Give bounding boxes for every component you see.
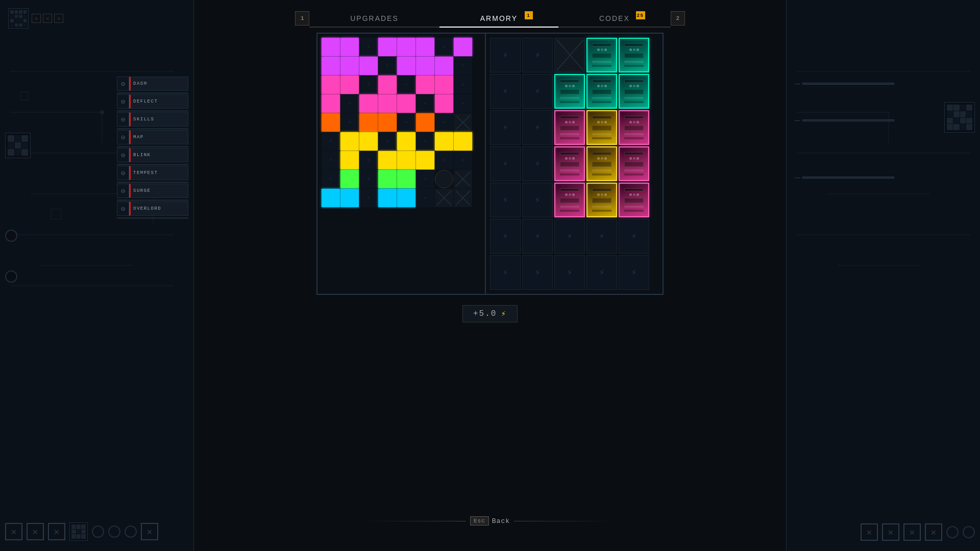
- equip-cell-3-0[interactable]: ⚡: [490, 146, 521, 181]
- tetris-cell-3-5[interactable]: +: [416, 94, 434, 113]
- tetris-cell-6-3[interactable]: [378, 151, 397, 169]
- equip-cell-4-2[interactable]: [554, 183, 585, 217]
- equip-cell-6-2[interactable]: ⚡: [554, 255, 585, 290]
- tetris-cell-6-2[interactable]: +: [359, 151, 378, 169]
- tetris-cell-2-4[interactable]: +: [397, 76, 415, 94]
- tetris-cell-4-0[interactable]: [322, 113, 340, 132]
- tetris-cell-7-4[interactable]: [397, 170, 415, 188]
- equip-cell-6-3[interactable]: ⚡: [586, 255, 617, 290]
- tetris-cell-0-4[interactable]: [397, 38, 415, 56]
- tetris-cell-5-6[interactable]: [435, 132, 453, 151]
- tetris-cell-7-2[interactable]: +: [359, 170, 378, 188]
- back-button[interactable]: Esc Back: [470, 516, 510, 525]
- tetris-cell-3-4[interactable]: [397, 94, 415, 113]
- skill-minus-tempest[interactable]: ⊖: [117, 166, 129, 180]
- tetris-cell-5-3[interactable]: +: [378, 132, 397, 151]
- equip-cell-4-0[interactable]: ⚡: [490, 183, 521, 217]
- tetris-cell-0-6[interactable]: +: [435, 38, 453, 56]
- skill-minus-skills[interactable]: ⊖: [117, 112, 129, 127]
- skill-minus-deflect[interactable]: ⊖: [117, 94, 129, 109]
- equip-cell-2-0[interactable]: ⚡: [490, 110, 521, 145]
- equip-cell-1-2[interactable]: [554, 74, 585, 109]
- tetris-cell-4-4[interactable]: +: [397, 113, 415, 132]
- tetris-cell-3-1[interactable]: +: [340, 94, 359, 113]
- equip-cell-3-2[interactable]: [554, 146, 585, 181]
- tetris-cell-6-7[interactable]: +: [454, 151, 472, 169]
- skill-minus-blink[interactable]: ⊖: [117, 148, 129, 162]
- tetris-cell-2-2[interactable]: +: [359, 76, 378, 94]
- tetris-cell-4-5[interactable]: [416, 113, 434, 132]
- tetris-cell-0-0[interactable]: [322, 38, 340, 56]
- skill-minus-surge[interactable]: ⊖: [117, 184, 129, 198]
- tetris-cell-3-2[interactable]: [359, 94, 378, 113]
- tetris-cell-2-1[interactable]: [340, 76, 359, 94]
- tab-codex[interactable]: CODEx 25: [558, 10, 671, 27]
- equip-cell-4-1[interactable]: ⚡: [522, 183, 553, 217]
- equip-cell-0-1[interactable]: ⚡: [522, 38, 553, 72]
- tetris-cell-2-3[interactable]: [378, 76, 397, 94]
- equip-cell-5-1[interactable]: ⚡: [522, 219, 553, 254]
- equip-cell-5-0[interactable]: ⚡: [490, 219, 521, 254]
- equip-cell-0-0[interactable]: ⚡: [490, 38, 521, 72]
- equip-cell-2-2[interactable]: [554, 110, 585, 145]
- equip-cell-3-1[interactable]: ⚡: [522, 146, 553, 181]
- tetris-cell-0-7[interactable]: [454, 38, 472, 56]
- equip-cell-1-0[interactable]: ⚡: [490, 74, 521, 109]
- tetris-cell-2-5[interactable]: [416, 76, 434, 94]
- tetris-cell-7-5[interactable]: +: [416, 170, 434, 188]
- tetris-cell-7-3[interactable]: [378, 170, 397, 188]
- tetris-cell-7-6[interactable]: [435, 170, 453, 188]
- tetris-cell-1-0[interactable]: [322, 57, 340, 75]
- tetris-cell-0-1[interactable]: [340, 38, 359, 56]
- skill-minus-dash[interactable]: ⊖: [117, 77, 129, 91]
- equip-cell-0-2[interactable]: [554, 38, 585, 72]
- tetris-cell-1-2[interactable]: [359, 57, 378, 75]
- equip-cell-3-4[interactable]: [619, 146, 649, 181]
- ability-grid-panel[interactable]: +++++++++++++++++++++++++: [317, 34, 486, 294]
- tetris-cell-2-0[interactable]: [322, 76, 340, 94]
- equip-cell-1-3[interactable]: [586, 74, 617, 109]
- tetris-cell-3-7[interactable]: +: [454, 94, 472, 113]
- tetris-cell-6-1[interactable]: [340, 151, 359, 169]
- equip-cell-6-1[interactable]: ⚡: [522, 255, 553, 290]
- tetris-cell-1-7[interactable]: +: [454, 57, 472, 75]
- skill-minus-map[interactable]: ⊖: [117, 130, 129, 144]
- tetris-cell-0-2[interactable]: +: [359, 38, 378, 56]
- tetris-cell-1-6[interactable]: [435, 57, 453, 75]
- tetris-cell-8-3[interactable]: [378, 189, 397, 207]
- equip-cell-4-3[interactable]: [586, 183, 617, 217]
- equip-cell-0-4[interactable]: [619, 38, 649, 72]
- tetris-cell-1-5[interactable]: [416, 57, 434, 75]
- tetris-cell-3-6[interactable]: [435, 94, 453, 113]
- tetris-cell-3-0[interactable]: [322, 94, 340, 113]
- tetris-cell-2-6[interactable]: [435, 76, 453, 94]
- tetris-cell-8-1[interactable]: [340, 189, 359, 207]
- skill-minus-overlord[interactable]: ⊖: [117, 202, 129, 216]
- tetris-cell-4-6[interactable]: +: [435, 113, 453, 132]
- tetris-cell-5-2[interactable]: [359, 132, 378, 151]
- tetris-cell-8-7[interactable]: [454, 189, 472, 207]
- tetris-cell-2-7[interactable]: +: [454, 76, 472, 94]
- equip-cell-6-0[interactable]: ⚡: [490, 255, 521, 290]
- tetris-cell-7-1[interactable]: [340, 170, 359, 188]
- tetris-cell-8-2[interactable]: +: [359, 189, 378, 207]
- tetris-cell-5-4[interactable]: [397, 132, 415, 151]
- tetris-cell-5-0[interactable]: +: [322, 132, 340, 151]
- tetris-cell-5-5[interactable]: +: [416, 132, 434, 151]
- equip-cell-5-2[interactable]: ⚡: [554, 219, 585, 254]
- equip-cell-1-1[interactable]: ⚡: [522, 74, 553, 109]
- tab-armory[interactable]: Armory 1: [439, 10, 558, 27]
- equipment-grid-panel[interactable]: ⚡⚡: [486, 34, 663, 294]
- equip-cell-2-4[interactable]: [619, 110, 649, 145]
- tetris-cell-6-5[interactable]: [416, 151, 434, 169]
- tetris-cell-6-0[interactable]: +: [322, 151, 340, 169]
- equip-cell-0-3[interactable]: [586, 38, 617, 72]
- tetris-cell-1-4[interactable]: [397, 57, 415, 75]
- tetris-cell-3-3[interactable]: [378, 94, 397, 113]
- equip-cell-1-4[interactable]: [619, 74, 649, 109]
- tetris-cell-8-5[interactable]: +: [416, 189, 434, 207]
- tetris-cell-1-1[interactable]: [340, 57, 359, 75]
- tetris-cell-1-3[interactable]: +: [378, 57, 397, 75]
- equip-cell-5-3[interactable]: ⚡: [586, 219, 617, 254]
- tetris-cell-7-0[interactable]: +: [322, 170, 340, 188]
